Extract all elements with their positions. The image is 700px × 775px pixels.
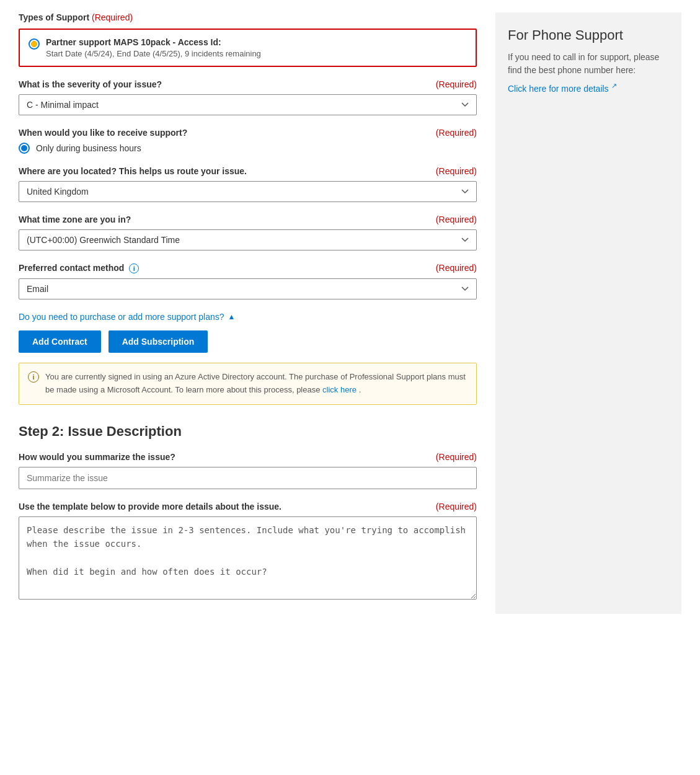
warning-icon: i — [28, 371, 39, 383]
types-of-support-required: (Required) — [92, 12, 133, 22]
warning-text2: . — [359, 385, 361, 394]
timezone-required: (Required) — [436, 215, 477, 224]
support-type-text-block: Partner support MAPS 10pack - Access Id:… — [46, 37, 467, 58]
support-timing-header: When would you like to receive support? … — [19, 128, 477, 138]
warning-text1: You are currently signed in using an Azu… — [45, 372, 466, 394]
types-of-support-section: Types of Support (Required) Partner supp… — [19, 12, 477, 67]
details-block: Use the template below to provide more d… — [19, 502, 477, 601]
summarize-block: How would you summarize the issue? (Requ… — [19, 452, 477, 489]
support-timing-section: When would you like to receive support? … — [19, 128, 477, 154]
contact-method-section: Preferred contact method i (Required) Em… — [19, 263, 477, 299]
details-textarea[interactable]: Please describe the issue in 2-3 sentenc… — [19, 516, 477, 600]
location-required: (Required) — [436, 166, 477, 176]
details-required: (Required) — [436, 502, 477, 512]
sidebar: For Phone Support If you need to call in… — [495, 12, 681, 614]
support-timing-text: Only during business hours — [36, 143, 141, 153]
location-label: Where are you located? This helps us rou… — [19, 166, 247, 176]
severity-header: What is the severity of your issue? (Req… — [19, 79, 477, 89]
severity-section: What is the severity of your issue? (Req… — [19, 79, 477, 115]
contact-method-required: (Required) — [436, 263, 477, 273]
support-timing-required: (Required) — [436, 128, 477, 138]
timezone-section: What time zone are you in? (Required) (U… — [19, 215, 477, 250]
add-subscription-button[interactable]: Add Subscription — [109, 330, 208, 353]
support-plans-buttons: Add Contract Add Subscription — [19, 330, 477, 353]
contact-method-info-icon[interactable]: i — [129, 264, 139, 273]
support-plans-link-text: Do you need to purchase or add more supp… — [19, 312, 224, 322]
details-header: Use the template below to provide more d… — [19, 502, 477, 512]
support-type-subtitle: Start Date (4/5/24), End Date (4/5/25), … — [46, 49, 467, 58]
severity-dropdown[interactable]: C - Minimal impact A - Critical impact B… — [19, 94, 477, 115]
support-type-radio[interactable] — [29, 38, 40, 50]
location-section: Where are you located? This helps us rou… — [19, 166, 477, 202]
support-timing-radio-dot — [21, 145, 27, 151]
sidebar-title: For Phone Support — [508, 27, 669, 43]
warning-box: i You are currently signed in using an A… — [19, 363, 477, 405]
warning-text: You are currently signed in using an Azu… — [45, 371, 467, 397]
severity-required: (Required) — [436, 79, 477, 89]
timezone-header: What time zone are you in? (Required) — [19, 215, 477, 224]
step2-section: Step 2: Issue Description How would you … — [19, 423, 477, 601]
timezone-dropdown[interactable]: (UTC+00:00) Greenwich Standard Time (UTC… — [19, 229, 477, 250]
support-timing-option[interactable]: Only during business hours — [19, 143, 477, 154]
types-of-support-text: Types of Support — [19, 12, 89, 22]
location-dropdown[interactable]: United Kingdom United States — [19, 181, 477, 202]
support-timing-label: When would you like to receive support? — [19, 128, 187, 138]
contact-method-header: Preferred contact method i (Required) — [19, 263, 477, 273]
location-header: Where are you located? This helps us rou… — [19, 166, 477, 176]
external-link-icon: ↗ — [611, 82, 617, 89]
timezone-label: What time zone are you in? — [19, 215, 131, 224]
summarize-required: (Required) — [436, 452, 477, 462]
support-type-option[interactable]: Partner support MAPS 10pack - Access Id:… — [19, 29, 477, 67]
sidebar-link-text: Click here for more details — [508, 84, 609, 94]
severity-label: What is the severity of your issue? — [19, 79, 162, 89]
contact-method-label-group: Preferred contact method i — [19, 263, 139, 273]
sidebar-description: If you need to call in for support, plea… — [508, 51, 669, 77]
details-label: Use the template below to provide more d… — [19, 502, 281, 512]
support-timing-radio[interactable] — [19, 143, 30, 154]
summarize-input[interactable] — [19, 467, 477, 489]
step2-title: Step 2: Issue Description — [19, 423, 477, 440]
sidebar-phone-link[interactable]: Click here for more details ↗ — [508, 84, 617, 94]
support-plans-toggle[interactable]: Do you need to purchase or add more supp… — [19, 312, 477, 322]
main-content: Types of Support (Required) Partner supp… — [19, 12, 477, 614]
warning-link[interactable]: click here — [322, 385, 357, 394]
summarize-header: How would you summarize the issue? (Requ… — [19, 452, 477, 462]
types-of-support-label: Types of Support (Required) — [19, 12, 477, 22]
chevron-up-icon: ▲ — [228, 312, 236, 321]
contact-method-label: Preferred contact method — [19, 263, 124, 273]
support-type-title: Partner support MAPS 10pack - Access Id: — [46, 37, 467, 47]
summarize-label: How would you summarize the issue? — [19, 452, 175, 462]
radio-inner-dot — [31, 41, 37, 47]
add-contract-button[interactable]: Add Contract — [19, 330, 101, 353]
contact-method-dropdown[interactable]: Email Phone — [19, 278, 477, 299]
